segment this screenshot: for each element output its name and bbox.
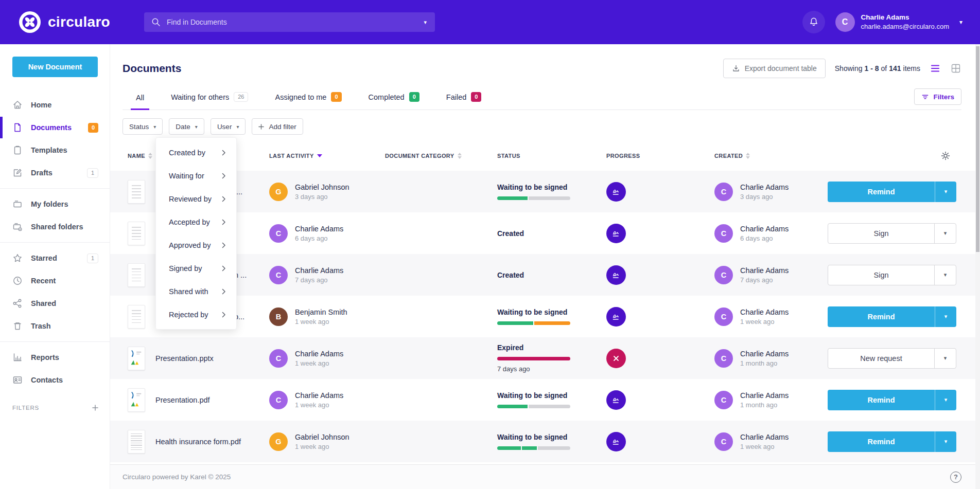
sidebar-divider [0,188,110,189]
search-scope-caret-icon[interactable]: ▾ [423,17,428,28]
tab-failed[interactable]: Failed 0 [446,92,482,110]
created-time: 6 days ago [740,234,789,242]
last-activity-time: 1 week ago [295,318,347,325]
notifications-button[interactable] [802,11,825,33]
row-action-caret-icon[interactable]: ▾ [934,265,956,285]
menu-item-shared-with[interactable]: Shared with [156,280,236,303]
sidebar-item-trash[interactable]: Trash [0,315,110,337]
table-row[interactable]: Presentation.pptx C Charlie Adams 1 week… [110,337,980,379]
sidebar-item-recent[interactable]: Recent [0,269,110,292]
filter-chip-date[interactable]: Date ▾ [169,118,204,135]
global-search[interactable]: ▾ [144,12,435,32]
folder-shared-icon [12,222,23,232]
column-header-document-category[interactable]: DOCUMENT CATEGORY [385,153,497,159]
scrollbar[interactable] [975,44,980,489]
home-icon [12,100,23,110]
add-filter-button[interactable]: Add filter [252,118,303,135]
topbar: circularo ▾ C Charlie Adams charlie.adam… [0,0,980,44]
app-logo[interactable]: circularo [19,11,110,33]
menu-item-signed-by[interactable]: Signed by [156,257,236,280]
sidebar-item-documents[interactable]: Documents 0 [0,116,110,139]
remind-button[interactable]: Remind ▾ [828,390,956,410]
sidebar-item-templates[interactable]: Templates [0,139,110,161]
sidebar-item-shared-folders[interactable]: Shared folders [0,215,110,238]
sidebar-item-reports[interactable]: Reports [0,346,110,369]
menu-item-label: Reviewed by [169,195,212,203]
grid-view-icon[interactable] [950,63,961,74]
last-activity-avatar: C [269,224,288,243]
row-action-caret-icon[interactable]: ▾ [935,306,956,327]
table-row[interactable]: C Charlie Adams 6 days ago Created C Cha… [110,212,980,254]
filter-icon [921,93,929,101]
table-row[interactable]: .... G Gabriel Johnson 3 days ago Waitin… [110,171,980,212]
row-action-caret-icon[interactable]: ▾ [935,431,956,452]
sign-button[interactable]: Sign ▾ [828,265,956,285]
menu-item-accepted-by[interactable]: Accepted by [156,210,236,233]
tab-assigned-to-me[interactable]: Assigned to me 0 [275,92,341,110]
table-row[interactable]: o... B Benjamin Smith 1 week ago Waiting… [110,296,980,337]
column-header-progress[interactable]: PROGRESS [606,153,714,159]
menu-item-rejected-by[interactable]: Rejected by [156,303,236,326]
filter-chip-status[interactable]: Status ▾ [122,118,163,135]
sidebar-item-home[interactable]: Home [0,94,110,116]
table-row[interactable]: n ... C Charlie Adams 7 days ago Created… [110,254,980,296]
sort-icon [317,154,322,157]
table-settings-gear-icon[interactable] [941,151,950,160]
sidebar-item-my-folders[interactable]: My folders [0,193,110,215]
filters-button-label: Filters [933,93,954,101]
last-activity-name: Gabriel Johnson [295,433,349,441]
tab-waiting-for-others[interactable]: Waiting for others 26 [171,92,248,110]
menu-item-label: Signed by [169,264,202,273]
filters-button[interactable]: Filters [914,88,961,105]
export-document-table-button[interactable]: Export document table [723,59,826,78]
tab-label: All [136,94,144,102]
filter-chip-user[interactable]: User ▾ [211,118,246,135]
remind-button[interactable]: Remind ▾ [828,182,956,202]
created-time: 7 days ago [740,276,789,284]
tab-count-badge: 0 [331,92,341,102]
sign-button[interactable]: Sign ▾ [828,223,956,244]
add-filter-plus-icon[interactable] [92,405,98,411]
menu-item-waiting-for[interactable]: Waiting for [156,164,236,187]
share-icon [12,298,23,309]
tabs-bar: All Waiting for others 26 Assigned to me… [122,88,961,110]
help-button[interactable]: ? [950,472,961,483]
table-header: NAME LAST ACTIVITY DOCUMENT CATEGORY STA… [110,141,980,171]
status-label: Waiting to be signed [497,433,606,441]
sidebar-item-drafts[interactable]: Drafts 1 [0,161,110,184]
signature-progress-badge [606,307,626,327]
scrollbar-thumb[interactable] [976,46,979,252]
column-header-status[interactable]: STATUS [497,153,606,159]
row-action-caret-icon[interactable]: ▾ [934,224,956,243]
table-row[interactable]: Presentation.pdf C Charlie Adams 1 week … [110,379,980,421]
plus-icon [258,124,264,130]
document-name: Health insurance form.pdf [155,438,241,446]
row-action-caret-icon[interactable]: ▾ [934,349,956,368]
search-input[interactable] [167,18,423,26]
new-document-button[interactable]: New Document [12,57,98,77]
tab-all[interactable]: All [136,94,144,110]
signature-progress-badge [606,265,626,285]
row-action-caret-icon[interactable]: ▾ [935,182,956,202]
remind-button[interactable]: Remind ▾ [828,306,956,327]
add-filter-label: Add filter [269,123,296,131]
list-view-icon[interactable] [930,63,941,74]
column-header-last-activity[interactable]: LAST ACTIVITY [269,153,385,159]
sidebar-item-contacts[interactable]: Contacts [0,369,110,391]
filter-chip-label: User [217,123,232,131]
menu-item-approved-by[interactable]: Approved by [156,233,236,257]
column-header-created[interactable]: CREATED [714,153,828,159]
sidebar-item-shared[interactable]: Shared [0,292,110,315]
user-email: charlie.adams@circularo.com [861,22,949,32]
sidebar-item-starred[interactable]: Starred 1 [0,247,110,269]
table-row[interactable]: Health insurance form.pdf G Gabriel John… [110,421,980,462]
column-header-label: DOCUMENT CATEGORY [385,153,454,159]
remind-button[interactable]: Remind ▾ [828,431,956,452]
row-action-label: Sign [828,224,934,243]
menu-item-reviewed-by[interactable]: Reviewed by [156,187,236,210]
menu-item-created-by[interactable]: Created by [156,141,236,164]
new-request-button[interactable]: New request ▾ [828,348,956,369]
user-menu[interactable]: C Charlie Adams charlie.adams@circularo.… [835,12,962,32]
row-action-caret-icon[interactable]: ▾ [935,390,956,410]
tab-completed[interactable]: Completed 0 [369,92,419,110]
